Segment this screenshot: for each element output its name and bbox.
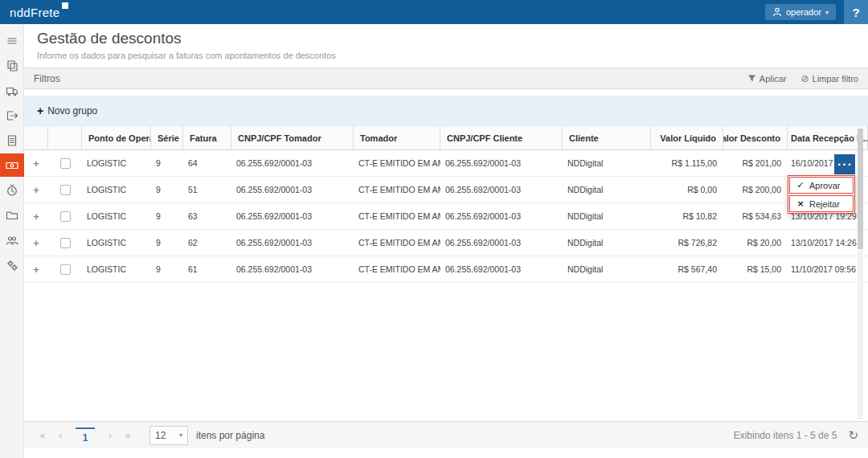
sidebar-item-history[interactable] [0,178,24,202]
last-page-button[interactable]: » [119,427,137,444]
apply-filter-button[interactable]: Aplicar [747,74,787,84]
user-label: operador [786,7,821,17]
row-checkbox[interactable] [60,211,71,222]
topbar-right: operador ▾ ? [765,0,868,24]
col-header-tomador[interactable]: Tomador [354,126,440,149]
cell-data-recepcao: 16/10/2017 1 [788,158,868,168]
col-header-cliente[interactable]: Cliente [563,126,651,149]
table-row[interactable]: + LOGISTIC 9 62 06.255.692/0001-03 CT-E … [24,230,868,256]
cell-data-recepcao: 13/10/2017 14:26 [788,238,868,247]
page-subtitle: Informe os dados para pesquisar a fatura… [37,51,855,60]
row-expand-button[interactable]: + [24,264,48,276]
new-group-button[interactable]: + Novo grupo [37,104,97,117]
sidebar-item-export[interactable] [0,104,24,127]
help-button[interactable]: ? [844,0,868,24]
col-header-serie[interactable]: Série [151,126,183,149]
plus-icon: + [37,104,43,117]
filters-actions: Aplicar ⊘ Limpar filtro [747,73,858,84]
cell-serie: 9 [151,158,183,168]
first-page-button[interactable]: « [34,427,51,444]
cell-cliente: NDDigital [563,158,651,168]
table-row[interactable]: + LOGISTIC 9 64 06.255.692/0001-03 CT-E … [24,150,868,177]
clear-filter-icon: ⊘ [800,73,809,84]
cell-tomador: CT-E EMITIDO EM AMB... [354,211,440,221]
chevron-down-icon: ▾ [179,431,182,439]
page-size-select[interactable]: 12 ▾ [149,426,188,445]
row-expand-button[interactable]: + [24,184,48,196]
settings-icon [6,259,18,272]
col-header-ponto-operacao[interactable]: Ponto de Opera... [82,126,151,149]
page-header: Gestão de descontos Informe os dados par… [24,24,868,67]
prev-page-button[interactable]: ‹ [51,427,69,444]
scrollbar-thumb[interactable] [858,129,863,249]
clear-filter-button[interactable]: ⊘ Limpar filtro [800,73,858,84]
row-checkbox[interactable] [60,185,71,195]
col-header-cnpj-tomador[interactable]: CNPJ/CPF Tomador [231,126,354,149]
cell-ponto-operacao: LOGISTIC [82,185,151,194]
cell-valor-liquido: R$ 10,82 [651,211,723,221]
sidebar-item-folder[interactable] [0,203,24,227]
page-size-value: 12 [155,430,166,441]
refresh-icon[interactable]: ↻ [848,428,858,443]
col-header-valor-liquido[interactable]: Valor Líquido [651,126,723,149]
cell-cliente: NDDigital [563,264,651,274]
apply-filter-label: Aplicar [760,74,787,84]
row-checkbox[interactable] [60,264,71,275]
filters-title: Filtros [34,73,747,84]
vertical-scrollbar[interactable] [858,129,863,419]
sidebar-item-document[interactable] [0,129,24,152]
cell-valor-liquido: R$ 1.115,00 [651,158,723,168]
menu-item-aprovar[interactable]: ✓ Aprovar [789,177,854,194]
sidebar-item-copy[interactable] [0,54,24,77]
menu-item-rejeitar-label: Rejeitar [809,199,840,209]
cell-data-recepcao: 11/10/2017 09:56 [788,264,868,274]
menu-item-rejeitar[interactable]: × Rejeitar [789,195,854,212]
funnel-icon [747,74,756,83]
cell-cnpj-cliente: 06.255.692/0001-03 [440,238,563,247]
col-header-data-recepcao[interactable]: Data Recepção D... [788,126,868,149]
cell-cnpj-tomador: 06.255.692/0001-03 [231,158,354,168]
row-expand-button[interactable]: + [24,237,48,249]
col-header-cnpj-cliente[interactable]: CNPJ/CPF Cliente [440,126,563,149]
cell-tomador: CT-E EMITIDO EM AMB... [354,158,440,168]
cell-ponto-operacao: LOGISTIC [82,238,151,247]
cell-valor-desconto: R$ 534,63 [723,211,788,221]
user-menu[interactable]: operador ▾ [765,4,836,20]
next-page-button[interactable]: › [101,427,119,444]
cell-ponto-operacao: LOGISTIC [82,264,151,274]
sidebar-item-truck[interactable] [0,79,24,102]
cell-fatura: 61 [183,264,231,274]
sidebar-item-settings[interactable] [0,253,24,276]
main-content: Gestão de descontos Informe os dados par… [24,24,868,458]
row-expand-button[interactable]: + [24,157,48,170]
cell-valor-desconto: R$ 20,00 [723,238,788,247]
col-header-expand [24,126,48,149]
table-row[interactable]: + LOGISTIC 9 63 06.255.692/0001-03 CT-E … [24,203,868,230]
app-logo[interactable]: nddFrete [10,6,59,19]
sidebar-item-users[interactable] [0,228,24,251]
cell-valor-desconto: R$ 201,00 [723,158,788,168]
table-row[interactable]: + LOGISTIC 9 51 06.255.692/0001-03 CT-E … [24,177,868,203]
current-page-button[interactable]: 1 [76,427,95,444]
row-expand-button[interactable]: + [24,211,48,223]
cell-tomador: CT-E EMITIDO EM AMB... [354,264,440,274]
sidebar-item-menu[interactable] [0,29,24,52]
history-icon [6,184,18,197]
col-header-fatura[interactable]: Fatura [183,126,231,149]
table-row[interactable]: + LOGISTIC 9 61 06.255.692/0001-03 CT-E … [24,256,868,283]
row-checkbox[interactable] [60,158,71,169]
row-actions-button[interactable]: ••• [834,154,855,174]
per-page-label: itens por página [196,430,264,441]
logo-flag-icon [62,2,68,9]
discounts-icon [6,159,18,172]
cell-serie: 9 [151,185,183,194]
cell-cnpj-cliente: 06.255.692/0001-03 [440,185,563,194]
truck-icon [6,84,18,97]
new-group-label: Novo grupo [47,105,97,117]
col-header-valor-desconto[interactable]: Valor Desconto [723,126,788,149]
row-checkbox[interactable] [60,238,71,248]
filters-bar: Filtros Aplicar ⊘ Limpar filtro [24,67,868,89]
copy-icon [6,59,18,72]
topbar: nddFrete operador ▾ ? [0,0,868,24]
sidebar-item-discounts[interactable] [0,153,24,177]
